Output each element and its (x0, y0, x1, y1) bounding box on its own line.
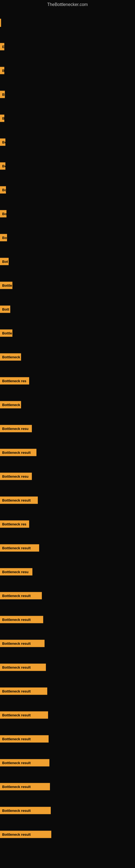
list-item: Bo (0, 178, 135, 202)
list-item: Bottleneck result (0, 799, 135, 823)
item-label: E (0, 43, 4, 51)
list-item: B (0, 59, 135, 83)
list-item: E (0, 35, 135, 59)
list-item: Bo (0, 202, 135, 226)
item-label: Bottleneck result (0, 759, 49, 767)
list-item: Bottleneck resu (0, 560, 135, 584)
list-item: Bottleneck result (0, 440, 135, 464)
item-bar (0, 19, 1, 27)
item-label: Bottleneck result (0, 783, 50, 790)
items-container: EBBoBBoBoBoBoBoBotBottleBottBottleBottle… (0, 8, 135, 849)
list-item: Bottleneck result (0, 703, 135, 727)
item-label: Bottleneck (0, 401, 21, 408)
list-item: Bottleneck res (0, 512, 135, 536)
item-label: Bottleneck resu (0, 425, 32, 432)
list-item: Bottleneck res (0, 369, 135, 393)
item-label: Bo (0, 186, 6, 194)
item-label: Bottleneck result (0, 545, 39, 552)
item-label: Bo (0, 162, 5, 170)
list-item: Bo (0, 154, 135, 178)
item-label: Bo (0, 210, 6, 218)
item-label: Bo (0, 91, 5, 98)
list-item: Bottleneck result (0, 727, 135, 751)
list-item: Bo (0, 130, 135, 154)
item-label: Bottleneck (0, 353, 21, 361)
item-label: Bottleneck result (0, 831, 51, 838)
item-label: Bottleneck result (0, 592, 42, 599)
list-item: Bottleneck result (0, 608, 135, 631)
item-label: Bottleneck res (0, 377, 29, 384)
list-item: Bo (0, 83, 135, 106)
site-title: TheBottlenecker.com (0, 0, 135, 8)
item-label: Bottle (0, 282, 12, 289)
list-item: Bottleneck result (0, 823, 135, 846)
list-item: Bottleneck (0, 345, 135, 369)
list-item: Bottleneck result (0, 488, 135, 512)
item-label: B (0, 115, 4, 122)
list-item: Bottleneck result (0, 655, 135, 679)
item-label: Bo (0, 138, 5, 146)
item-label: Bottleneck result (0, 688, 47, 695)
item-label: Bottleneck result (0, 497, 38, 504)
item-label: Bottleneck result (0, 712, 48, 719)
item-label: Bottleneck resu (0, 473, 32, 480)
item-label: B (0, 67, 4, 74)
list-item: Bottle (0, 321, 135, 345)
list-item: Bot (0, 250, 135, 273)
list-item: Bott (0, 297, 135, 321)
item-label: Bo (0, 234, 7, 241)
list-item: B (0, 106, 135, 130)
list-item: Bottleneck (0, 393, 135, 416)
item-label: Bottleneck result (0, 449, 37, 456)
item-label: Bottleneck result (0, 616, 43, 623)
list-item: Bottleneck resu (0, 464, 135, 488)
list-item: Bottleneck result (0, 775, 135, 799)
list-item: Bottleneck result (0, 631, 135, 655)
item-label: Bottleneck result (0, 664, 46, 671)
item-label: Bot (0, 258, 9, 265)
list-item: Bottle (0, 273, 135, 297)
item-label: Bottleneck result (0, 807, 51, 814)
list-item (0, 11, 135, 35)
item-label: Bottleneck resu (0, 568, 32, 576)
list-item: Bottleneck result (0, 536, 135, 560)
list-item: Bottleneck resu (0, 416, 135, 440)
list-item: Bottleneck result (0, 584, 135, 608)
list-item: Bo (0, 226, 135, 250)
item-label: Bott (0, 306, 10, 313)
list-item: Bottleneck result (0, 751, 135, 775)
item-label: Bottleneck result (0, 640, 45, 647)
item-label: Bottleneck result (0, 735, 49, 743)
list-item: Bottleneck result (0, 679, 135, 703)
item-label: Bottleneck res (0, 521, 29, 528)
item-label: Bottle (0, 330, 12, 337)
